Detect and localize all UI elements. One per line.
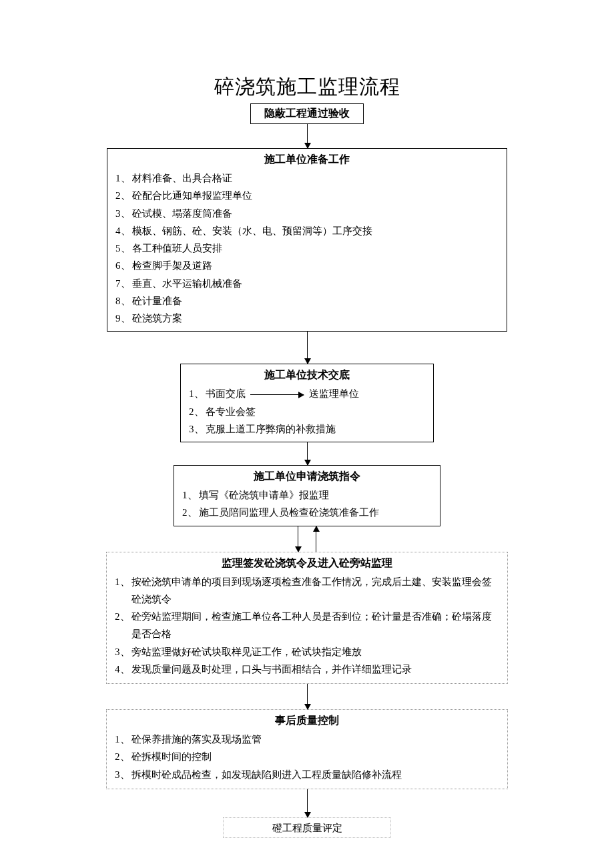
- node-supervision: 监理签发砼浇筑令及进入砼旁站监理 1、按砼浇筑申请单的项目到现场逐项检查准备工作…: [106, 552, 508, 685]
- list-item: 1、砼保养措施的落实及现场监管: [115, 731, 499, 748]
- list-item: 4、模板、钢筋、砼、安装（水、电、预留洞等）工序交接: [115, 222, 499, 240]
- list-item: 2、施工员陪同监理人员检查砼浇筑准备工作: [182, 504, 432, 521]
- list-item: 1、按砼浇筑申请单的项目到现场逐项检查准备工作情况，完成后土建、安装监理会签砼浇…: [115, 573, 499, 608]
- text-left: 书面交底: [206, 388, 246, 399]
- list-number: 5、: [115, 240, 131, 257]
- document-page: 碎浇筑施工监理流程 隐蔽工程通过验收 施工单位准备工作 1、材料准备、出具合格证…: [0, 0, 614, 868]
- list-number: 6、: [115, 257, 131, 274]
- list-number: 2、: [182, 504, 198, 521]
- list-text: 垂直、水平运输机械准备: [132, 275, 499, 292]
- list-text: 检查脚手架及道路: [132, 257, 499, 274]
- list-item: 2、砼旁站监理期间，检查施工单位各工种人员是否到位；砼计量是否准确；砼塌落度是否…: [115, 608, 499, 643]
- list-text: 旁站监理做好砼试块取样见证工作，砼试块指定堆放: [131, 643, 500, 661]
- list-item: 8、砼计量准备: [115, 292, 499, 310]
- list-item: 2、各专业会签: [189, 403, 425, 420]
- list-number: 3、: [115, 205, 131, 222]
- list-number: 2、: [115, 608, 130, 625]
- list-number: 1、: [182, 486, 198, 504]
- node-title: 事后质量控制: [107, 711, 507, 729]
- list-text: 拆模时砼成品检查，如发现缺陷则进入工程质量缺陷修补流程: [131, 766, 500, 783]
- arrow-down-icon: [307, 684, 308, 709]
- node-post-quality: 事后质量控制 1、砼保养措施的落实及现场监管2、砼拆模时间的控制3、拆模时砼成品…: [106, 709, 508, 789]
- list-item: 4、发现质量问题及时处理，口头与书面相结合，并作详细监理记录: [115, 661, 499, 678]
- list-number: 8、: [115, 292, 131, 310]
- list-item: 3、砼试模、塌落度筒准备: [115, 205, 499, 222]
- arrow-down-icon: [307, 442, 308, 465]
- list-text: 砼浇筑方案: [132, 310, 499, 327]
- page-title: 碎浇筑施工监理流程: [0, 73, 614, 101]
- list-text: 模板、钢筋、砼、安装（水、电、预留洞等）工序交接: [132, 222, 499, 240]
- node-title: 施工单位申请浇筑指令: [174, 467, 440, 485]
- list-number: 1、: [115, 169, 131, 187]
- node-title: 施工单位技术交底: [181, 366, 433, 384]
- bidirectional-arrow: [298, 526, 316, 552]
- node-list: 1、材料准备、出具合格证2、砼配合比通知单报监理单位3、砼试模、塌落度筒准备4、…: [107, 168, 507, 327]
- list-item: 3、克服上道工序弊病的补救措施: [189, 420, 425, 438]
- list-text: 克服上道工序弊病的补救措施: [206, 420, 426, 438]
- list-number: 1、: [115, 573, 130, 590]
- arrow-right-icon: [250, 394, 304, 395]
- node-list: 1、填写《砼浇筑申请单》报监理2、施工员陪同监理人员检查砼浇筑准备工作: [174, 485, 440, 522]
- list-item: 6、检查脚手架及道路: [115, 257, 499, 274]
- list-text: 砼拆模时间的控制: [131, 748, 500, 765]
- node-label: 磴工程质量评定: [272, 823, 342, 833]
- list-item: 2、砼配合比通知单报监理单位: [115, 187, 499, 204]
- list-item: 1、 书面交底 送监理单位: [189, 385, 425, 402]
- list-number: 2、: [115, 748, 130, 765]
- list-number: 1、: [189, 385, 204, 402]
- list-text: 砼保养措施的落实及现场监管: [131, 731, 500, 748]
- list-item: 3、拆模时砼成品检查，如发现缺陷则进入工程质量缺陷修补流程: [115, 766, 499, 783]
- node-tech-disclosure: 施工单位技术交底 1、 书面交底 送监理单位 2、各专业会签3、克服上道工序弊病…: [180, 364, 434, 442]
- list-text: 砼旁站监理期间，检查施工单位各工种人员是否到位；砼计量是否准确；砼塌落度是否合格: [131, 608, 500, 643]
- node-hidden-acceptance: 隐蔽工程通过验收: [250, 103, 364, 124]
- node-list: 1、按砼浇筑申请单的项目到现场逐项检查准备工作情况，完成后土建、安装监理会签砼浇…: [107, 572, 507, 679]
- arrow-down-icon: [298, 526, 298, 552]
- node-quality-assessment: 磴工程质量评定: [223, 817, 391, 838]
- list-text: 各专业会签: [206, 403, 426, 420]
- node-preparation: 施工单位准备工作 1、材料准备、出具合格证2、砼配合比通知单报监理单位3、砼试模…: [107, 148, 507, 332]
- list-number: 3、: [189, 420, 204, 438]
- node-list: 1、 书面交底 送监理单位 2、各专业会签3、克服上道工序弊病的补救措施: [181, 384, 433, 438]
- list-item: 1、填写《砼浇筑申请单》报监理: [182, 486, 432, 504]
- node-title: 监理签发砼浇筑令及进入砼旁站监理: [107, 554, 507, 572]
- node-title: 施工单位准备工作: [107, 150, 507, 168]
- list-number: 3、: [115, 643, 130, 661]
- list-number: 9、: [115, 310, 131, 327]
- list-text: 发现质量问题及时处理，口头与书面相结合，并作详细监理记录: [131, 661, 500, 678]
- list-text: 砼计量准备: [132, 292, 499, 310]
- list-item: 2、砼拆模时间的控制: [115, 748, 499, 765]
- flowchart: 隐蔽工程通过验收 施工单位准备工作 1、材料准备、出具合格证2、砼配合比通知单报…: [0, 103, 614, 838]
- text-right: 送监理单位: [309, 388, 359, 399]
- node-pour-request: 施工单位申请浇筑指令 1、填写《砼浇筑申请单》报监理2、施工员陪同监理人员检查砼…: [174, 465, 440, 526]
- list-text: 各工种值班人员安排: [132, 240, 499, 257]
- list-number: 7、: [115, 275, 131, 292]
- list-item: 5、各工种值班人员安排: [115, 240, 499, 257]
- node-list: 1、砼保养措施的落实及现场监管2、砼拆模时间的控制3、拆模时砼成品检查，如发现缺…: [107, 729, 507, 783]
- list-number: 4、: [115, 661, 130, 678]
- list-number: 2、: [115, 187, 131, 204]
- list-item: 7、垂直、水平运输机械准备: [115, 275, 499, 292]
- node-label: 隐蔽工程通过验收: [264, 107, 350, 119]
- arrow-down-icon: [307, 332, 308, 364]
- list-item: 3、旁站监理做好砼试块取样见证工作，砼试块指定堆放: [115, 643, 499, 661]
- list-text: 施工员陪同监理人员检查砼浇筑准备工作: [199, 504, 432, 521]
- list-number: 1、: [115, 731, 130, 748]
- list-item: 1、材料准备、出具合格证: [115, 169, 499, 187]
- arrow-down-icon: [307, 124, 308, 148]
- list-item: 9、砼浇筑方案: [115, 310, 499, 327]
- list-number: 4、: [115, 222, 131, 240]
- arrow-up-icon: [316, 526, 316, 552]
- list-text: 砼试模、塌落度筒准备: [132, 205, 499, 222]
- list-text: 材料准备、出具合格证: [132, 169, 499, 187]
- arrow-down-icon: [307, 789, 308, 817]
- list-text: 按砼浇筑申请单的项目到现场逐项检查准备工作情况，完成后土建、安装监理会签砼浇筑令: [131, 573, 500, 608]
- list-number: 2、: [189, 403, 204, 420]
- list-text: 书面交底 送监理单位: [206, 385, 426, 402]
- list-text: 砼配合比通知单报监理单位: [132, 187, 499, 204]
- list-text: 填写《砼浇筑申请单》报监理: [199, 486, 432, 504]
- list-number: 3、: [115, 766, 130, 783]
